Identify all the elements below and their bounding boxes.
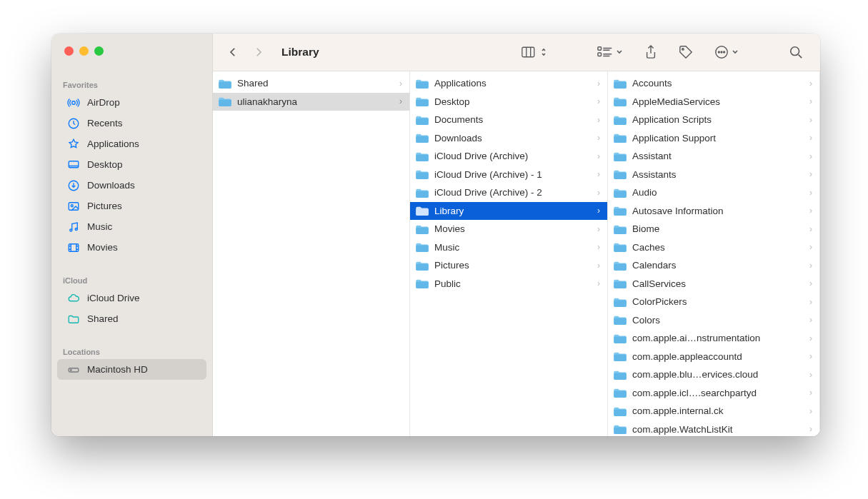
file-row[interactable]: com.apple.appleaccountd› (608, 348, 819, 366)
file-row[interactable]: Biome› (608, 220, 819, 238)
file-row[interactable]: com.apple.WatchListKit› (608, 420, 819, 437)
svg-point-6 (70, 229, 72, 231)
file-row[interactable]: Music› (410, 238, 607, 257)
file-row[interactable]: Public› (410, 275, 607, 293)
sidebar-item-pictures[interactable]: Pictures (57, 196, 206, 216)
back-button[interactable] (223, 42, 243, 62)
svg-point-17 (721, 51, 722, 53)
svg-rect-37 (614, 136, 627, 143)
minimize-window-button[interactable] (79, 46, 89, 56)
file-row[interactable]: Pictures› (410, 256, 607, 275)
chevron-right-icon: › (809, 278, 814, 288)
svg-rect-53 (614, 428, 627, 435)
file-row[interactable]: iCloud Drive (Archive) - 1› (410, 166, 607, 184)
sidebar-item-movies[interactable]: Movies (57, 237, 206, 258)
file-row[interactable]: AppleMediaServices› (608, 93, 819, 111)
file-row[interactable]: iCloud Drive (Archive)› (410, 147, 607, 166)
file-row[interactable]: com.apple.internal.ck› (608, 402, 819, 420)
fullscreen-window-button[interactable] (94, 46, 104, 56)
file-row[interactable]: Caches› (608, 238, 819, 257)
group-by-button[interactable] (593, 42, 627, 62)
svg-rect-51 (614, 391, 627, 398)
clock-icon (67, 117, 80, 130)
sidebar-item-recents[interactable]: Recents (57, 113, 206, 133)
file-row[interactable]: Audio› (608, 183, 819, 202)
sidebar-item-label: Pictures (87, 201, 122, 211)
more-actions-button[interactable] (710, 42, 743, 62)
search-button[interactable] (784, 42, 807, 62)
file-row[interactable]: iCloud Drive (Archive) - 2› (410, 183, 607, 202)
chevron-right-icon: › (809, 169, 814, 179)
pictures-icon (67, 200, 80, 213)
window-controls (64, 46, 104, 56)
file-row[interactable]: Accounts› (608, 74, 819, 93)
chevron-right-icon: › (809, 261, 814, 271)
sidebar-section-locations-label: Locations (51, 348, 212, 356)
chevron-right-icon: › (809, 242, 814, 252)
column-2[interactable]: Accounts›AppleMediaServices›Application … (608, 71, 820, 436)
sidebar-item-airdrop[interactable]: AirDrop (57, 92, 206, 113)
file-row[interactable]: com.apple.icl….searchpartyd› (608, 384, 819, 403)
file-row[interactable]: Autosave Information› (608, 202, 819, 221)
file-name: Music (434, 242, 459, 253)
tags-button[interactable] (674, 42, 697, 62)
file-row[interactable]: Application Scripts› (608, 111, 819, 129)
file-name: com.apple.ai…nstrumentation (632, 333, 760, 343)
file-row[interactable]: Calendars› (608, 256, 819, 275)
file-row[interactable]: Downloads› (410, 129, 607, 148)
file-row[interactable]: com.apple.blu…ervices.cloud› (608, 366, 819, 384)
file-name: Calendars (632, 260, 677, 271)
shared-folder-icon (67, 313, 80, 326)
file-name: Pictures (434, 260, 469, 271)
chevron-right-icon: › (809, 297, 814, 307)
file-name: Caches (632, 242, 665, 253)
svg-point-10 (71, 369, 72, 371)
svg-point-0 (72, 101, 76, 104)
sidebar-item-downloads[interactable]: Downloads (57, 175, 206, 196)
sidebar-item-label: AirDrop (87, 97, 120, 108)
file-row[interactable]: Desktop› (410, 93, 607, 111)
file-row[interactable]: Movies› (410, 220, 607, 238)
column-0[interactable]: Shared›ulianakharyna› (213, 71, 410, 436)
sidebar-item-icloud-drive[interactable]: iCloud Drive (57, 288, 206, 308)
chevron-right-icon: › (809, 406, 814, 416)
sidebar-item-label: Macintosh HD (87, 364, 148, 375)
chevron-right-icon: › (597, 278, 602, 288)
file-row[interactable]: Assistants› (608, 166, 819, 184)
file-name: Application Scripts (632, 114, 712, 125)
svg-rect-46 (614, 300, 627, 307)
sidebar-item-macintosh-hd[interactable]: Macintosh HD (57, 359, 206, 380)
file-name: iCloud Drive (Archive) (434, 151, 528, 161)
chevron-right-icon: › (597, 96, 602, 106)
sidebar-item-music[interactable]: Music (57, 216, 206, 237)
file-row[interactable]: ColorPickers› (608, 293, 819, 311)
sidebar-item-applications[interactable]: Applications (57, 133, 206, 154)
share-button[interactable] (640, 42, 662, 62)
chevron-right-icon: › (597, 151, 602, 161)
finder-window: Favorites AirDrop Recents Applications D… (51, 34, 820, 436)
file-row[interactable]: Assistant› (608, 147, 819, 166)
column-1[interactable]: Applications›Desktop›Documents›Downloads… (410, 71, 608, 436)
chevron-right-icon: › (597, 79, 602, 89)
file-row[interactable]: Documents› (410, 111, 607, 129)
airdrop-icon (67, 96, 80, 109)
sidebar-item-label: Downloads (87, 180, 135, 191)
svg-rect-45 (614, 282, 627, 289)
view-mode-button[interactable] (517, 42, 552, 62)
svg-point-16 (718, 51, 719, 53)
close-window-button[interactable] (64, 46, 74, 56)
file-row[interactable]: Application Support› (608, 129, 819, 148)
sidebar-item-desktop[interactable]: Desktop (57, 154, 206, 175)
file-row[interactable]: Shared› (213, 74, 409, 93)
file-row[interactable]: Library› (410, 202, 607, 221)
chevron-right-icon: › (597, 115, 602, 125)
column-view: Shared›ulianakharyna›Applications›Deskto… (213, 71, 820, 436)
forward-button[interactable] (249, 42, 269, 62)
file-row[interactable]: Colors› (608, 311, 819, 330)
file-row[interactable]: CallServices› (608, 275, 819, 293)
sidebar-item-shared[interactable]: Shared (57, 308, 206, 329)
file-row[interactable]: Applications› (410, 74, 607, 93)
file-row[interactable]: ulianakharyna› (213, 93, 409, 111)
file-row[interactable]: com.apple.ai…nstrumentation› (608, 329, 819, 348)
chevron-right-icon: › (809, 424, 814, 434)
